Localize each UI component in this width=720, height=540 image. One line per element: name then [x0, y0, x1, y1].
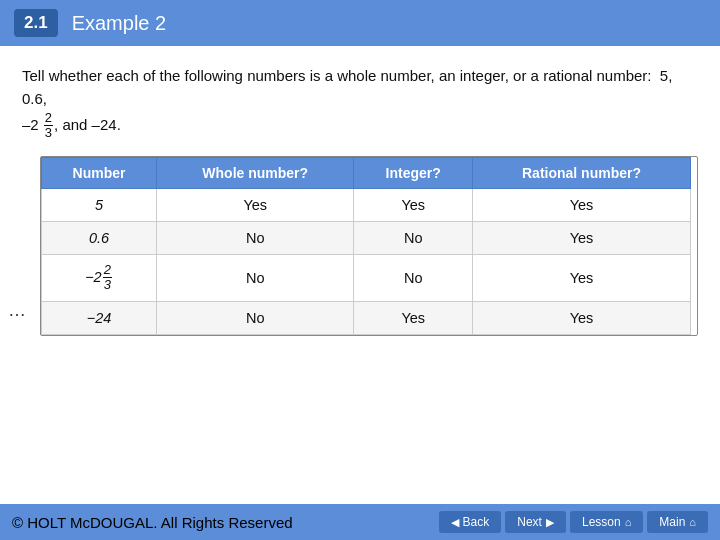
example-numbers: 5, 0.6, — [22, 67, 672, 107]
number-classification-table: Number Whole number? Integer? Rational n… — [41, 157, 691, 335]
cell-number: 5 — [42, 189, 157, 222]
lesson-icon: ⌂ — [625, 516, 632, 528]
cell-whole: No — [157, 301, 354, 334]
back-label: Back — [463, 515, 490, 529]
section-badge: 2.1 — [14, 9, 58, 37]
cell-rational: Yes — [473, 222, 691, 255]
fraction-numerator: 2 — [44, 111, 53, 126]
col-header-number: Number — [42, 158, 157, 189]
header-row: Number Whole number? Integer? Rational n… — [42, 158, 691, 189]
fraction-cell: 23 — [103, 263, 112, 293]
main-button[interactable]: Main ⌂ — [647, 511, 708, 533]
lesson-label: Lesson — [582, 515, 621, 529]
cell-whole: No — [157, 255, 354, 302]
cell-number: −223 — [42, 255, 157, 302]
cell-rational: Yes — [473, 255, 691, 302]
cell-whole: Yes — [157, 189, 354, 222]
table-row: 0.6 No No Yes — [42, 222, 691, 255]
col-header-rational: Rational number? — [473, 158, 691, 189]
cell-number: −24 — [42, 301, 157, 334]
col-header-integer: Integer? — [354, 158, 473, 189]
table-row: −223 No No Yes — [42, 255, 691, 302]
cell-integer: No — [354, 255, 473, 302]
cell-integer: No — [354, 222, 473, 255]
main-content: Tell whether each of the following numbe… — [0, 46, 720, 346]
cell-integer: Yes — [354, 301, 473, 334]
cell-whole: No — [157, 222, 354, 255]
dot-indicator: … — [8, 300, 26, 321]
fraction-display: 23 — [44, 111, 53, 141]
lesson-button[interactable]: Lesson ⌂ — [570, 511, 643, 533]
main-label: Main — [659, 515, 685, 529]
table-header: Number Whole number? Integer? Rational n… — [42, 158, 691, 189]
next-label: Next — [517, 515, 542, 529]
footer-bar: © HOLT McDOUGAL. All Rights Reserved ◀ B… — [0, 504, 720, 540]
table-row: 5 Yes Yes Yes — [42, 189, 691, 222]
cell-rational: Yes — [473, 301, 691, 334]
main-icon: ⌂ — [689, 516, 696, 528]
cell-rational: Yes — [473, 189, 691, 222]
table-row: −24 No Yes Yes — [42, 301, 691, 334]
data-table-container: Number Whole number? Integer? Rational n… — [40, 156, 698, 336]
navigation-buttons: ◀ Back Next ▶ Lesson ⌂ Main ⌂ — [439, 511, 708, 533]
header-bar: 2.1 Example 2 — [0, 0, 720, 46]
problem-description: Tell whether each of the following numbe… — [22, 64, 698, 140]
copyright-text: © HOLT McDOUGAL. All Rights Reserved — [12, 514, 293, 531]
table-body: 5 Yes Yes Yes 0.6 No No Yes −223 No No — [42, 189, 691, 335]
fraction-denominator: 3 — [44, 126, 53, 140]
col-header-whole: Whole number? — [157, 158, 354, 189]
cell-integer: Yes — [354, 189, 473, 222]
back-icon: ◀ — [451, 516, 459, 529]
example-title: Example 2 — [72, 12, 167, 35]
next-icon: ▶ — [546, 516, 554, 529]
cell-number: 0.6 — [42, 222, 157, 255]
back-button[interactable]: ◀ Back — [439, 511, 502, 533]
next-button[interactable]: Next ▶ — [505, 511, 566, 533]
